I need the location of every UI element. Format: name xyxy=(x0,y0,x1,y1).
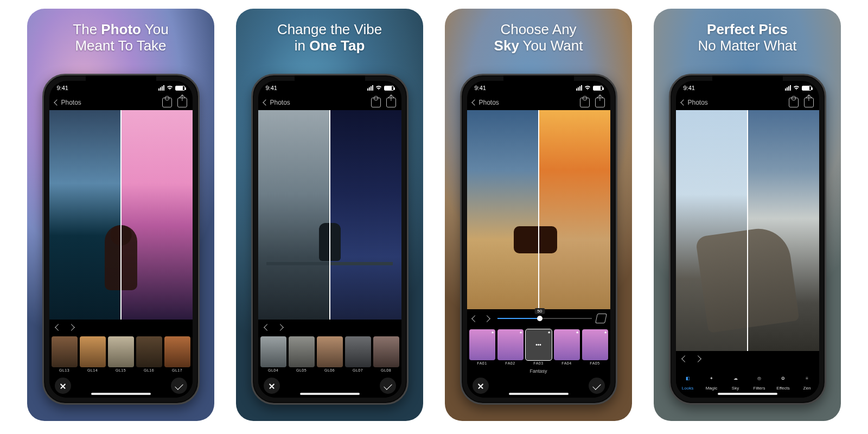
home-indicator xyxy=(718,393,777,395)
back-button[interactable]: Photos xyxy=(55,99,81,106)
notch xyxy=(712,75,783,88)
share-icon[interactable] xyxy=(386,98,396,107)
intensity-slider[interactable]: 50 xyxy=(497,313,592,324)
check-icon xyxy=(384,381,392,390)
look-thumb[interactable]: GL05 xyxy=(289,336,315,372)
cancel-button[interactable] xyxy=(264,378,280,394)
edit-row xyxy=(258,320,401,335)
compare-slider[interactable] xyxy=(747,110,748,351)
app-screenshot-4: Perfect PicsNo Matter What 9:41 Photos xyxy=(654,9,841,421)
undo-icon[interactable] xyxy=(681,355,690,362)
tab-zen[interactable]: ≡Zen xyxy=(795,366,819,398)
look-thumb[interactable]: GL08 xyxy=(373,336,399,372)
sky-thumb[interactable]: ★FA05 xyxy=(582,329,608,365)
photo-compare[interactable] xyxy=(467,110,610,309)
redo-icon[interactable] xyxy=(278,324,286,330)
app-screen: 9:41 Photos xyxy=(49,81,193,398)
sky-thumb[interactable]: ★FA02 xyxy=(497,329,524,365)
look-thumb[interactable]: GL16 xyxy=(136,336,162,372)
compare-slider[interactable] xyxy=(329,110,330,320)
look-thumb[interactable]: GL13 xyxy=(52,336,78,372)
compare-slider[interactable] xyxy=(538,110,539,309)
notch xyxy=(86,75,156,88)
clipboard-icon[interactable] xyxy=(789,98,799,107)
intensity-row: 50 xyxy=(467,309,610,328)
notch xyxy=(295,75,365,88)
sky-category-label: Fantasy xyxy=(467,367,610,374)
undo-icon[interactable] xyxy=(264,324,272,330)
battery-icon xyxy=(802,86,812,91)
phone-frame: 9:41 Photos xyxy=(460,74,617,405)
erase-icon[interactable] xyxy=(595,314,607,323)
app-screenshot-1: The Photo YouMeant To Take 9:41 Photos xyxy=(27,9,214,421)
nav-bar: Photos xyxy=(676,95,819,110)
wifi-icon xyxy=(167,85,173,91)
phone-frame: 9:41 Photos xyxy=(251,74,409,405)
home-indicator xyxy=(300,393,360,395)
confirm-button[interactable] xyxy=(589,378,605,394)
chevron-left-icon xyxy=(471,99,477,105)
status-time: 9:41 xyxy=(684,85,695,91)
share-icon[interactable] xyxy=(177,98,187,107)
confirm-button[interactable] xyxy=(171,378,187,394)
star-icon: ★ xyxy=(576,330,579,335)
redo-icon[interactable] xyxy=(484,315,493,322)
undo-icon[interactable] xyxy=(55,324,63,330)
photo-compare[interactable] xyxy=(258,110,401,320)
app-screen: 9:41 Photos xyxy=(467,81,610,398)
status-time: 9:41 xyxy=(266,85,277,91)
nav-bar: Photos xyxy=(258,95,401,110)
battery-icon xyxy=(593,86,603,91)
back-button[interactable]: Photos xyxy=(473,99,499,106)
look-thumb[interactable]: GL06 xyxy=(317,336,343,372)
clipboard-icon[interactable] xyxy=(580,98,590,107)
look-thumb[interactable]: GL17 xyxy=(164,336,190,372)
signal-icon xyxy=(785,85,791,91)
clipboard-icon[interactable] xyxy=(162,98,172,107)
photo-compare[interactable] xyxy=(676,110,819,351)
sky-row: ★FA01 ★FA02 ★•••FA03 ★FA04 ★FA05 xyxy=(467,328,610,367)
home-indicator xyxy=(91,393,151,395)
sky-thumb-selected[interactable]: ★•••FA03 xyxy=(526,329,552,365)
confirm-button[interactable] xyxy=(380,378,396,394)
cancel-button[interactable] xyxy=(55,378,71,394)
slider-value: 50 xyxy=(534,308,545,314)
look-thumb[interactable]: GL04 xyxy=(260,336,286,372)
photo-compare[interactable] xyxy=(49,110,193,320)
zen-icon: ≡ xyxy=(802,374,812,384)
cancel-button[interactable] xyxy=(473,378,489,394)
notch xyxy=(503,75,574,88)
headline: Perfect PicsNo Matter What xyxy=(654,22,841,54)
look-thumb[interactable]: GL15 xyxy=(108,336,134,372)
filters-icon: ◎ xyxy=(755,374,764,384)
undo-icon[interactable] xyxy=(471,315,480,322)
redo-icon[interactable] xyxy=(69,324,78,330)
compare-slider[interactable] xyxy=(120,110,122,320)
edit-row xyxy=(49,320,193,335)
share-icon[interactable] xyxy=(804,98,814,107)
sky-thumb[interactable]: ★FA04 xyxy=(554,329,580,365)
check-icon xyxy=(592,381,601,390)
wifi-icon xyxy=(375,85,382,91)
redo-icon[interactable] xyxy=(695,355,704,362)
headline: Change the Vibein One Tap xyxy=(236,22,423,54)
tab-looks[interactable]: ◧Looks xyxy=(676,366,700,398)
looks-row: GL13 GL14 GL15 GL16 GL17 xyxy=(49,335,193,374)
sky-icon: ☁ xyxy=(731,374,741,384)
look-thumb[interactable]: GL14 xyxy=(80,336,106,372)
slider-knob[interactable] xyxy=(537,316,542,321)
sky-thumb[interactable]: ★FA01 xyxy=(469,329,495,365)
back-button[interactable]: Photos xyxy=(681,99,708,106)
back-button[interactable]: Photos xyxy=(264,99,290,106)
phone-frame: 9:41 Photos xyxy=(42,74,200,405)
share-icon[interactable] xyxy=(595,98,605,107)
signal-icon xyxy=(367,85,373,91)
clipboard-icon[interactable] xyxy=(371,98,381,107)
app-screenshot-2: Change the Vibein One Tap 9:41 Photos xyxy=(236,9,423,421)
magic-icon: ✦ xyxy=(707,374,717,384)
star-icon: ★ xyxy=(491,330,494,335)
looks-row: GL04 GL05 GL06 GL07 GL08 xyxy=(258,335,401,374)
app-screen: 9:41 Photos xyxy=(676,81,819,398)
look-thumb[interactable]: GL07 xyxy=(345,336,371,372)
star-icon: ★ xyxy=(604,330,607,335)
